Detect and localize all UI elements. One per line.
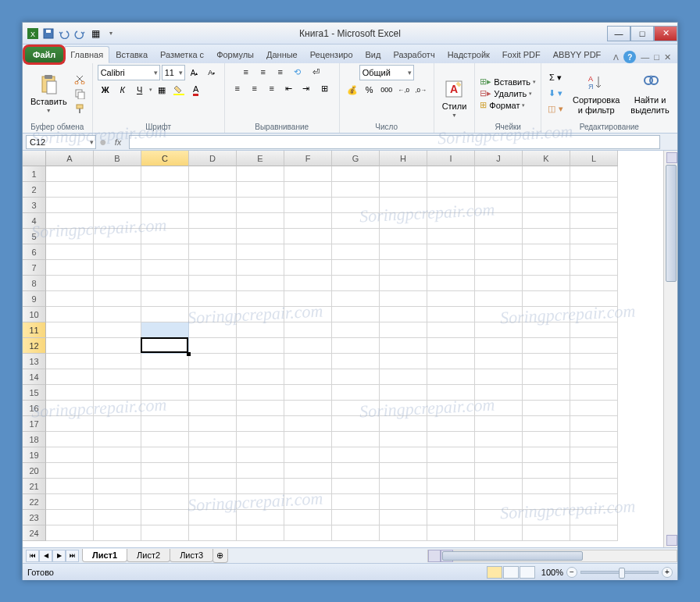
select-all-corner[interactable]: [23, 151, 46, 166]
sheet-nav-last-icon[interactable]: ⏭: [66, 550, 79, 562]
sort-filter-button[interactable]: АЯ Сортировка и фильтр: [570, 70, 623, 116]
styles-button[interactable]: A Стили ▼: [439, 77, 470, 119]
row-header[interactable]: 2: [23, 182, 46, 198]
bold-button[interactable]: Ж: [98, 83, 113, 97]
align-center-icon[interactable]: ≡: [247, 81, 262, 95]
tab-file[interactable]: Файл: [24, 46, 64, 63]
help-icon[interactable]: ?: [623, 51, 636, 63]
zoom-out-button[interactable]: −: [566, 567, 577, 578]
column-header[interactable]: B: [94, 151, 141, 166]
fx-icon[interactable]: fx: [110, 137, 127, 147]
row-header[interactable]: 14: [23, 369, 46, 385]
zoom-level[interactable]: 100%: [541, 568, 563, 577]
font-size-combo[interactable]: 11: [162, 65, 185, 80]
autosum-icon[interactable]: Σ ▾: [546, 71, 565, 85]
sheet-tab-3[interactable]: Лист3: [170, 549, 213, 562]
clear-icon[interactable]: ◫ ▾: [546, 102, 565, 116]
align-left-icon[interactable]: ≡: [230, 81, 245, 95]
fill-color-icon[interactable]: [171, 83, 187, 97]
undo-icon[interactable]: [57, 27, 71, 41]
excel-icon[interactable]: X: [26, 27, 40, 41]
delete-cells-button[interactable]: ⊟▸Удалить▾: [480, 88, 536, 98]
column-header[interactable]: H: [380, 151, 427, 166]
currency-icon[interactable]: 💰: [345, 83, 360, 97]
zoom-in-button[interactable]: +: [662, 567, 673, 578]
tab-formulas[interactable]: Формулы: [210, 46, 260, 63]
close-button[interactable]: ✕: [654, 26, 677, 41]
tab-view[interactable]: Вид: [359, 46, 388, 63]
row-header[interactable]: 13: [23, 354, 46, 369]
find-select-button[interactable]: Найти и выделить: [627, 70, 672, 116]
align-middle-icon[interactable]: ≡: [255, 65, 271, 79]
sheet-tab-2[interactable]: Лист2: [127, 549, 170, 562]
orientation-icon[interactable]: ⟲: [290, 65, 305, 79]
doc-close-icon[interactable]: ✕: [664, 52, 671, 62]
cancel-formula-icon[interactable]: ●: [99, 135, 107, 149]
row-header[interactable]: 4: [23, 213, 46, 229]
align-top-icon[interactable]: ≡: [238, 65, 254, 79]
row-header[interactable]: 16: [23, 401, 46, 416]
row-header[interactable]: 23: [23, 510, 46, 525]
ribbon-minimize-icon[interactable]: ᐱ: [613, 53, 619, 62]
row-header[interactable]: 5: [23, 229, 46, 244]
row-header[interactable]: 18: [23, 432, 46, 447]
tab-insert[interactable]: Вставка: [109, 46, 154, 63]
row-header[interactable]: 19: [23, 447, 46, 463]
row-header[interactable]: 17: [23, 416, 46, 432]
tab-home[interactable]: Главная: [64, 46, 109, 63]
row-header[interactable]: 6: [23, 244, 46, 260]
increase-indent-icon[interactable]: ⇥: [298, 81, 314, 95]
tab-foxit[interactable]: Foxit PDF: [496, 46, 547, 63]
redo-icon[interactable]: [73, 27, 87, 41]
column-header[interactable]: F: [284, 151, 332, 166]
decrease-decimal-icon[interactable]: ,0→: [413, 83, 429, 97]
save-icon[interactable]: [41, 27, 55, 41]
scroll-thumb[interactable]: [666, 165, 677, 282]
row-header[interactable]: 15: [23, 385, 46, 401]
column-header[interactable]: C: [141, 151, 189, 166]
column-header[interactable]: K: [523, 151, 570, 166]
qat-button-icon[interactable]: ▦: [88, 27, 102, 41]
zoom-thumb[interactable]: [619, 568, 625, 579]
maximize-button[interactable]: □: [630, 26, 654, 41]
row-header[interactable]: 8: [23, 276, 46, 291]
number-format-combo[interactable]: Общий: [359, 65, 414, 80]
grow-font-icon[interactable]: A▴: [187, 66, 202, 80]
row-header[interactable]: 10: [23, 307, 46, 322]
fill-handle[interactable]: [187, 352, 191, 356]
format-painter-icon[interactable]: [72, 102, 88, 116]
minimize-button[interactable]: —: [607, 26, 630, 41]
column-header[interactable]: D: [189, 151, 237, 166]
underline-button[interactable]: Ч: [132, 83, 148, 97]
active-cell[interactable]: [141, 337, 188, 353]
insert-cells-button[interactable]: ⊞▸Вставить▾: [480, 77, 536, 87]
tab-layout[interactable]: Разметка с: [154, 46, 210, 63]
row-header[interactable]: 12: [23, 338, 46, 354]
normal-view-icon[interactable]: [487, 566, 502, 579]
row-header[interactable]: 3: [23, 198, 46, 213]
sheet-tab-1[interactable]: Лист1: [82, 549, 127, 562]
fill-icon[interactable]: ⬇ ▾: [546, 87, 565, 101]
sheet-nav-next-icon[interactable]: ▶: [52, 550, 66, 562]
page-layout-view-icon[interactable]: [503, 566, 519, 579]
zoom-slider[interactable]: [580, 571, 659, 574]
row-header[interactable]: 9: [23, 291, 46, 307]
column-header[interactable]: I: [427, 151, 475, 166]
cut-icon[interactable]: [72, 72, 88, 86]
font-color-icon[interactable]: A: [188, 83, 204, 97]
paste-button[interactable]: Вставить ▼: [27, 72, 70, 115]
tab-addins[interactable]: Надстройк: [441, 46, 496, 63]
qat-dropdown-icon[interactable]: ▾: [104, 27, 118, 41]
horizontal-scrollbar[interactable]: [427, 550, 677, 562]
formula-input[interactable]: [129, 135, 660, 149]
copy-icon[interactable]: [72, 87, 88, 101]
row-header[interactable]: 1: [23, 166, 46, 182]
doc-minimize-icon[interactable]: —: [641, 52, 649, 62]
increase-decimal-icon[interactable]: ←,0: [396, 83, 412, 97]
italic-button[interactable]: К: [115, 83, 130, 97]
column-header[interactable]: A: [46, 151, 94, 166]
vertical-scrollbar[interactable]: [663, 151, 677, 547]
decrease-indent-icon[interactable]: ⇤: [281, 81, 297, 95]
align-bottom-icon[interactable]: ≡: [273, 65, 288, 79]
cells-area[interactable]: [46, 166, 663, 547]
